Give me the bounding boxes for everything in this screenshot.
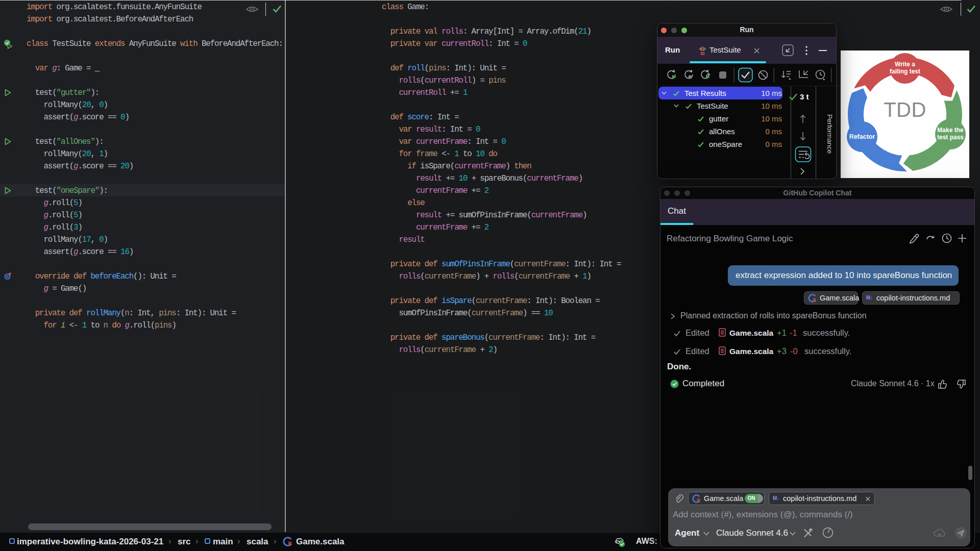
svg-text:Refactor: Refactor xyxy=(849,133,875,140)
svg-text:test pass: test pass xyxy=(937,134,964,141)
svg-text:Make the: Make the xyxy=(937,127,964,134)
svg-text:failing test: failing test xyxy=(890,68,920,75)
svg-text:Write a: Write a xyxy=(895,61,915,68)
svg-text:3 t: 3 t xyxy=(800,92,809,101)
svg-text:TDD: TDD xyxy=(884,98,926,121)
